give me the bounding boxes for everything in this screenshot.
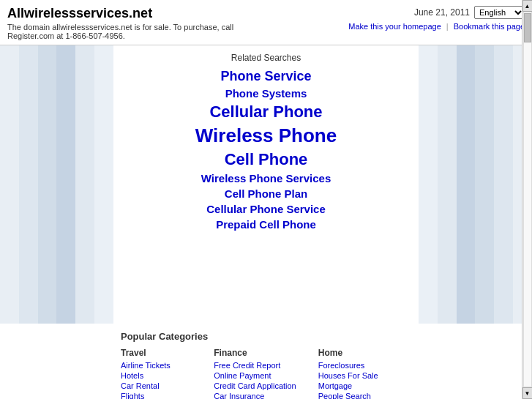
stripe-r5 [494,45,513,324]
site-description: The domain allwirelessservices.net is fo… [7,23,241,40]
search-link-cell-phone[interactable]: Cell Phone [113,150,419,169]
stripe-4 [56,45,75,324]
popular-categories-title: Popular Categories [121,331,411,342]
search-link-wireless-phone-services[interactable]: Wireless Phone Services [113,172,419,184]
category-link-people-search[interactable]: People Search [318,392,391,399]
scroll-up-button[interactable]: ▲ [522,0,533,12]
scroll-down-button[interactable]: ▼ [522,387,533,399]
search-link-wireless-phone[interactable]: Wireless Phone [113,124,419,147]
category-heading-home: Home [318,348,391,358]
stripe-2 [19,45,38,324]
bookmark-link[interactable]: Bookmark this page [454,22,525,31]
left-stripes [0,45,113,324]
categories-grid: TravelAirline TicketsHotelsCar RentalFli… [121,348,411,399]
search-link-cellular-phone[interactable]: Cellular Phone [113,102,419,122]
link-separator: | [446,22,449,31]
scroll-thumb[interactable] [524,13,531,42]
stripe-5 [75,45,94,324]
header-left: Allwirelessservices.net The domain allwi… [7,6,241,40]
category-link-free-credit-report[interactable]: Free Credit Report [214,361,296,370]
stripe-6 [94,45,113,324]
category-link-flights[interactable]: Flights [121,392,192,399]
category-heading-travel: Travel [121,348,192,358]
date-language-row: June 21, 2011 English Español Français D… [414,6,525,19]
stripe-r4 [475,45,494,324]
search-link-cellular-phone-service[interactable]: Cellular Phone Service [113,203,419,215]
category-link-airline-tickets[interactable]: Airline Tickets [121,361,192,370]
category-link-mortgage[interactable]: Mortgage [318,381,391,390]
category-link-car-insurance[interactable]: Car Insurance [214,392,296,399]
related-searches-title: Related Searches [113,53,419,63]
category-col-travel: TravelAirline TicketsHotelsCar RentalFli… [121,348,192,399]
category-link-online-payment[interactable]: Online Payment [214,371,296,380]
stripe-1 [0,45,19,324]
homepage-link[interactable]: Make this your homepage [348,22,441,31]
main-area: Related Searches Phone ServicePhone Syst… [0,45,532,324]
search-link-phone-systems[interactable]: Phone Systems [113,87,419,100]
category-col-home: HomeForeclosuresHouses For SaleMortgageP… [318,348,391,399]
category-link-hotels[interactable]: Hotels [121,371,192,380]
page-header: Allwirelessservices.net The domain allwi… [0,0,532,45]
popular-categories-section: Popular Categories TravelAirline Tickets… [0,324,532,399]
search-link-cell-phone-plan[interactable]: Cell Phone Plan [113,187,419,200]
header-right: June 21, 2011 English Español Français D… [348,6,525,31]
scroll-track [523,12,532,387]
category-link-foreclosures[interactable]: Foreclosures [318,361,391,370]
search-link-phone-service[interactable]: Phone Service [113,69,419,84]
header-links: Make this your homepage | Bookmark this … [348,22,525,31]
date-display: June 21, 2011 [414,7,470,18]
stripe-r3 [457,45,476,324]
stripe-r1 [419,45,438,324]
site-title: Allwirelessservices.net [7,6,241,21]
right-stripes [419,45,532,324]
stripe-r2 [438,45,457,324]
category-col-finance: FinanceFree Credit ReportOnline PaymentC… [214,348,296,399]
category-heading-finance: Finance [214,348,296,358]
category-link-credit-card-application[interactable]: Credit Card Application [214,381,296,390]
right-decorative-column [419,45,532,324]
search-link-prepaid-cell-phone[interactable]: Prepaid Cell Phone [113,218,419,231]
stripe-3 [38,45,57,324]
left-decorative-column [0,45,113,324]
category-link-car-rental[interactable]: Car Rental [121,381,192,390]
search-links-list: Phone ServicePhone SystemsCellular Phone… [113,69,419,231]
scrollbar[interactable]: ▲ ▼ [522,0,532,399]
center-content: Related Searches Phone ServicePhone Syst… [113,45,419,324]
category-link-houses-for-sale[interactable]: Houses For Sale [318,371,391,380]
language-selector[interactable]: English Español Français Deutsch [474,6,525,19]
